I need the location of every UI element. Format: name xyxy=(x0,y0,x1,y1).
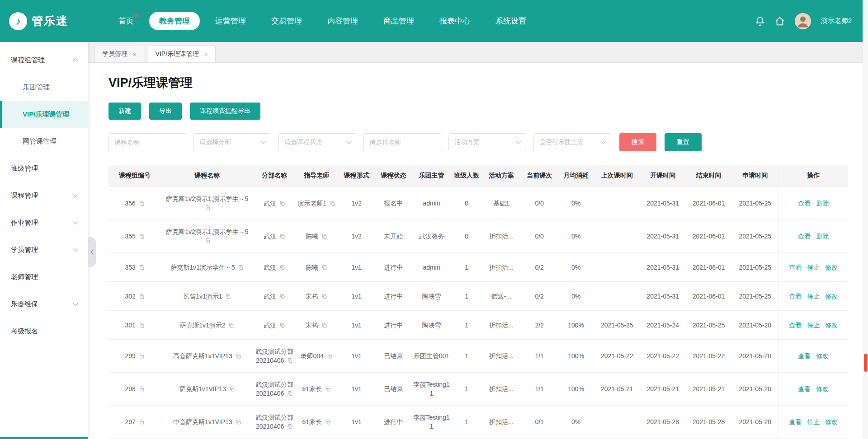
copy-icon[interactable] xyxy=(205,205,211,211)
op-link-修改[interactable]: 修改 xyxy=(825,264,838,271)
course-renewal-export-button[interactable]: 课程续费提醒导出 xyxy=(190,103,260,120)
op-link-查看[interactable]: 查看 xyxy=(789,293,802,300)
op-link-修改[interactable]: 修改 xyxy=(825,293,838,300)
copy-icon[interactable] xyxy=(139,265,145,271)
op-link-查看[interactable]: 查看 xyxy=(789,418,802,425)
filter-input-请选择老师[interactable] xyxy=(363,133,441,151)
export-button[interactable]: 导出 xyxy=(149,103,182,120)
vertical-scrollbar-thumb[interactable] xyxy=(864,354,868,372)
op-link-停止[interactable]: 停止 xyxy=(807,322,820,329)
copy-icon[interactable] xyxy=(321,265,327,271)
sidebar-subitem-乐团管理[interactable]: 乐团管理 xyxy=(0,74,88,101)
search-button[interactable]: 搜索 xyxy=(619,133,656,151)
copy-icon[interactable] xyxy=(225,294,231,299)
copy-icon[interactable] xyxy=(279,201,285,206)
op-link-查看[interactable]: 查看 xyxy=(798,352,811,360)
sidebar-item-作业管理[interactable]: 作业管理 xyxy=(0,209,88,236)
cell-operations: 查看删除 xyxy=(779,220,848,253)
top-navbar: ♪ 管乐迷 首页教务管理运营管理交易管理内容管理商品管理报表中心系统设置 演示老… xyxy=(0,0,868,42)
op-link-修改[interactable]: 修改 xyxy=(825,322,838,329)
copy-icon[interactable] xyxy=(229,386,235,392)
copy-icon[interactable] xyxy=(279,234,285,239)
op-link-查看[interactable]: 查看 xyxy=(798,200,811,207)
copy-icon[interactable] xyxy=(139,294,145,299)
nav-item-系统设置[interactable]: 系统设置 xyxy=(486,12,536,30)
cell-plan: 折扣活... xyxy=(482,311,521,340)
sidebar-subitem-网管课管理[interactable]: 网管课管理 xyxy=(0,128,88,155)
copy-icon[interactable] xyxy=(321,234,327,239)
op-link-删除[interactable]: 删除 xyxy=(816,200,829,207)
copy-icon[interactable] xyxy=(139,353,145,359)
sidebar-item-老师管理[interactable]: 老师管理 xyxy=(0,263,88,290)
cell-size: 1 xyxy=(452,406,482,439)
tab-close-icon[interactable]: × xyxy=(133,51,137,58)
op-link-查看[interactable]: 查看 xyxy=(789,264,802,271)
op-link-停止[interactable]: 停止 xyxy=(807,418,820,425)
copy-icon[interactable] xyxy=(321,294,327,299)
notification-bell-icon[interactable] xyxy=(755,16,765,26)
tab-VIP/乐理课管理[interactable]: VIP/乐理课管理× xyxy=(148,46,216,62)
avatar[interactable] xyxy=(795,13,811,29)
horizontal-scrollbar-thumb[interactable] xyxy=(0,437,88,439)
filter-select-是否有乐团主管[interactable]: 是否有乐团主管 xyxy=(533,133,611,151)
copy-icon[interactable] xyxy=(236,353,241,359)
copy-icon[interactable] xyxy=(287,424,293,430)
sidebar-subitem-VIP/乐理课管理[interactable]: VIP/乐理课管理 xyxy=(0,101,88,128)
copy-icon[interactable] xyxy=(279,294,285,299)
op-link-修改[interactable]: 修改 xyxy=(816,352,829,360)
nav-item-内容管理[interactable]: 内容管理 xyxy=(317,12,368,30)
copy-icon[interactable] xyxy=(279,265,285,271)
copy-icon[interactable] xyxy=(139,419,145,425)
sidebar-item-课程组管理[interactable]: 课程组管理 xyxy=(0,47,88,74)
vertical-scrollbar[interactable] xyxy=(863,0,868,439)
copy-icon[interactable] xyxy=(321,322,327,328)
copy-icon[interactable] xyxy=(228,322,234,328)
copy-icon[interactable] xyxy=(139,386,145,392)
op-link-修改[interactable]: 修改 xyxy=(825,418,838,425)
cell-id: 298 xyxy=(108,373,161,406)
current-user-name[interactable]: 演示老师2 xyxy=(821,17,852,25)
copy-icon[interactable] xyxy=(325,419,331,425)
filter-select-请选课程状态[interactable]: 请选课程状态 xyxy=(278,133,356,151)
copy-icon[interactable] xyxy=(287,358,293,364)
op-link-查看[interactable]: 查看 xyxy=(789,322,802,329)
cell-plan: 折扣活... xyxy=(482,406,521,439)
copy-icon[interactable] xyxy=(236,419,241,425)
copy-icon[interactable] xyxy=(205,238,211,244)
nav-item-运营管理[interactable]: 运营管理 xyxy=(205,12,256,30)
copy-icon[interactable] xyxy=(327,353,333,359)
nav-item-交易管理[interactable]: 交易管理 xyxy=(261,12,312,30)
op-link-修改[interactable]: 修改 xyxy=(816,385,829,392)
op-link-停止[interactable]: 停止 xyxy=(807,264,820,271)
op-link-查看[interactable]: 查看 xyxy=(798,233,811,240)
nav-item-商品管理[interactable]: 商品管理 xyxy=(373,12,424,30)
copy-icon[interactable] xyxy=(238,265,244,271)
sidebar-item-课程管理[interactable]: 课程管理 xyxy=(0,182,88,209)
nav-item-教务管理[interactable]: 教务管理 xyxy=(149,12,200,30)
sidebar-item-学员管理[interactable]: 学员管理 xyxy=(0,236,88,263)
nav-item-报表中心[interactable]: 报表中心 xyxy=(429,12,480,30)
reset-button[interactable]: 重置 xyxy=(665,133,702,151)
copy-icon[interactable] xyxy=(139,201,145,206)
filter-select-活动方案[interactable]: 活动方案 xyxy=(448,133,526,151)
copy-icon[interactable] xyxy=(139,322,145,328)
home-icon[interactable] xyxy=(775,16,785,26)
op-link-停止[interactable]: 停止 xyxy=(807,293,820,300)
op-link-查看[interactable]: 查看 xyxy=(798,385,811,392)
copy-icon[interactable] xyxy=(287,391,293,397)
nav-item-首页[interactable]: 首页 xyxy=(108,12,144,30)
tab-close-icon[interactable]: × xyxy=(204,51,208,58)
new-button[interactable]: 新建 xyxy=(108,103,141,120)
copy-icon[interactable] xyxy=(279,322,285,328)
filter-select-请选择分部[interactable]: 请选择分部 xyxy=(193,133,271,151)
sidebar-item-考级报名[interactable]: 考级报名 xyxy=(0,318,88,345)
tab-学员管理[interactable]: 学员管理× xyxy=(94,46,144,62)
copy-icon[interactable] xyxy=(325,386,331,392)
sidebar-collapse-handle[interactable] xyxy=(88,237,96,267)
sidebar-item-乐器维保[interactable]: 乐器维保 xyxy=(0,290,88,318)
copy-icon[interactable] xyxy=(330,201,335,206)
copy-icon[interactable] xyxy=(139,234,145,239)
op-link-删除[interactable]: 删除 xyxy=(816,233,829,240)
filter-input-课程名称[interactable] xyxy=(108,133,186,151)
sidebar-item-班级管理[interactable]: 班级管理 xyxy=(0,155,88,182)
